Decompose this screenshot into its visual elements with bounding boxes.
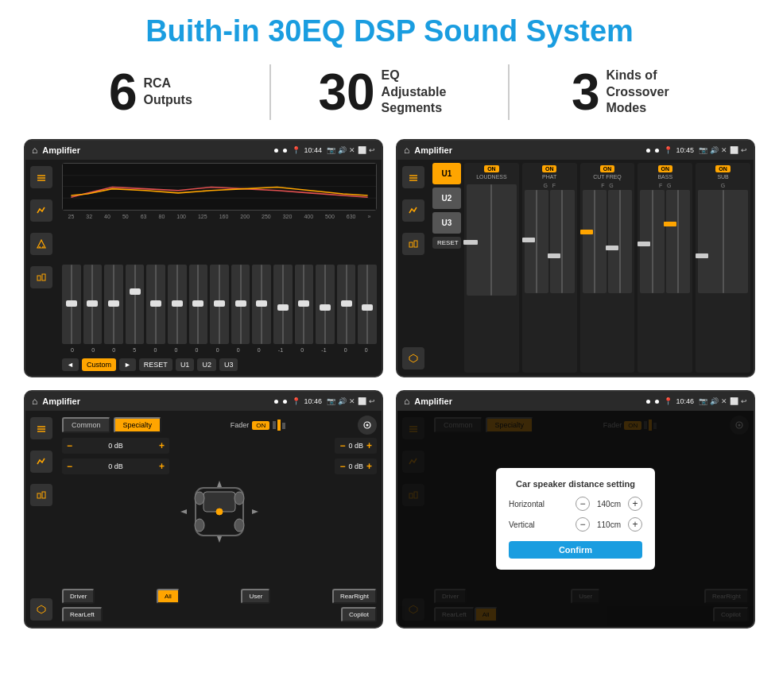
status-dot-8 <box>655 400 659 404</box>
svg-marker-37 <box>217 536 222 543</box>
db-value-4: 0 dB <box>348 462 363 470</box>
db-minus-4[interactable]: − <box>339 461 345 472</box>
eq-slider-8[interactable] <box>231 265 250 344</box>
eq-sidebar-btn-4[interactable] <box>30 266 52 288</box>
eq-slider-12[interactable] <box>316 265 335 344</box>
eq-values-row: 0005000000-10-100 <box>62 347 377 353</box>
stat-rca: 6 RCAOutputs <box>48 67 254 118</box>
channel-phat: ON PHAT G F <box>522 163 577 373</box>
db-plus-3[interactable]: + <box>366 440 372 451</box>
stat-divider-2 <box>508 64 510 120</box>
eq-slider-11[interactable] <box>295 265 314 344</box>
u3-button[interactable]: U3 <box>432 212 461 234</box>
eq-u2-btn[interactable]: U2 <box>197 358 216 371</box>
eq-slider-9[interactable] <box>252 265 271 344</box>
camera-icon: 📷 <box>327 146 335 154</box>
eq-slider-10[interactable] <box>273 265 293 344</box>
svg-rect-6 <box>37 276 41 280</box>
eq-slider-3[interactable] <box>126 265 145 344</box>
amp-sidebar-btn-3[interactable] <box>402 233 424 255</box>
eq-prev-btn[interactable]: ◄ <box>62 358 79 371</box>
eq-slider-14[interactable] <box>358 265 377 344</box>
svg-marker-38 <box>180 509 187 514</box>
btn-copilot[interactable]: Copilot <box>341 607 377 622</box>
eq-sidebar-btn-1[interactable] <box>30 166 52 188</box>
db-plus-4[interactable]: + <box>366 461 372 472</box>
eq-reset-btn[interactable]: RESET <box>139 358 172 371</box>
fader-on-btn[interactable]: ON <box>252 421 269 430</box>
eq-sidebar-btn-3[interactable] <box>30 233 52 255</box>
window-icon: ⬜ <box>358 146 366 154</box>
dialog-vertical-plus[interactable]: + <box>628 517 642 532</box>
back-icon-3: ↩ <box>369 397 375 405</box>
dialog-horizontal-plus[interactable]: + <box>628 497 642 511</box>
db-control-bottom-left: − 0 dB + <box>62 458 169 474</box>
status-dot <box>274 149 278 153</box>
eq-slider-5[interactable] <box>168 265 187 344</box>
btn-all[interactable]: All <box>157 589 180 604</box>
eq-slider-7[interactable] <box>210 265 229 344</box>
db-control-top-right: − 0 dB + <box>335 438 377 454</box>
fader-main-content: Common Specialty Fader ON <box>57 411 382 627</box>
db-minus-1[interactable]: − <box>67 440 72 451</box>
stat-label-crossover: Kinds ofCrossover Modes <box>606 68 685 117</box>
eq-slider-6[interactable] <box>189 265 208 344</box>
btn-user[interactable]: User <box>241 589 270 604</box>
eq-slider-2[interactable] <box>104 265 123 344</box>
channel-label-cutfreq: CUT FREQ <box>593 174 622 180</box>
svg-point-33 <box>195 519 204 532</box>
amp-sidebar-btn-1[interactable] <box>402 166 424 188</box>
confirm-button[interactable]: Confirm <box>509 541 642 559</box>
u1-button[interactable]: U1 <box>432 163 461 184</box>
eq-slider-4[interactable] <box>146 265 165 344</box>
eq-u3-btn[interactable]: U3 <box>219 358 238 371</box>
db-plus-1[interactable]: + <box>159 440 165 451</box>
btn-driver[interactable]: Driver <box>62 589 95 604</box>
dialog-horizontal-minus[interactable]: − <box>576 497 590 511</box>
amp-sidebar-btn-4[interactable] <box>402 347 424 369</box>
screen-amp-sidebar <box>397 160 429 376</box>
db-minus-2[interactable]: − <box>67 461 72 472</box>
fader-tabs: Common Specialty <box>62 417 161 433</box>
amp-reset-btn[interactable]: RESET <box>432 237 461 249</box>
stat-number-rca: 6 <box>109 67 138 118</box>
close-icon-2: ✕ <box>721 146 727 154</box>
page-title: Buith-in 30EQ DSP Sound System <box>0 0 779 56</box>
channel-loudness: ON LOUDNESS <box>464 163 519 373</box>
amp-channels: ON LOUDNESS ON PHAT G F <box>464 163 750 373</box>
u2-button[interactable]: U2 <box>432 188 461 209</box>
screen-dialog: ⌂ Amplifier 📍 10:46 📷 🔊 ✕ ⬜ ↩ <box>396 390 755 628</box>
eq-custom-btn[interactable]: Custom <box>82 358 116 371</box>
fader-sidebar-btn-2[interactable] <box>30 451 52 473</box>
svg-rect-16 <box>414 241 417 247</box>
fader-sidebar-btn-1[interactable] <box>30 417 52 439</box>
dialog-vertical-row: Vertical − 110cm + <box>509 517 642 532</box>
screen-dialog-title: Amplifier <box>414 396 641 406</box>
stat-number-crossover: 3 <box>572 67 600 118</box>
eq-u1-btn[interactable]: U1 <box>176 358 195 371</box>
eq-slider-1[interactable] <box>83 265 103 344</box>
btn-rearleft[interactable]: RearLeft <box>62 607 103 622</box>
tab-specialty[interactable]: Specialty <box>114 417 162 433</box>
stat-label-eq: EQ AdjustableSegments <box>382 68 461 117</box>
eq-slider-0[interactable] <box>62 265 81 344</box>
eq-slider-13[interactable] <box>337 265 356 344</box>
dialog-vertical-minus[interactable]: − <box>576 517 590 532</box>
fader-settings-btn[interactable] <box>358 416 377 435</box>
home-icon: ⌂ <box>32 145 37 156</box>
btn-rearright[interactable]: RearRight <box>332 589 377 604</box>
eq-play-btn[interactable]: ► <box>119 358 136 371</box>
dialog-horizontal-value: 140cm <box>593 500 625 509</box>
fader-sidebar-btn-4[interactable] <box>30 598 52 621</box>
eq-sidebar-btn-2[interactable] <box>30 199 52 222</box>
db-plus-2[interactable]: + <box>159 461 165 472</box>
tab-common[interactable]: Common <box>62 417 110 433</box>
db-minus-3[interactable]: − <box>339 440 345 451</box>
svg-marker-3 <box>37 240 45 248</box>
amp-sidebar-btn-2[interactable] <box>402 199 424 222</box>
window-icon-4: ⬜ <box>730 397 738 405</box>
fader-sidebar-btn-3[interactable] <box>30 484 52 506</box>
amp-u-buttons: U1 U2 U3 RESET <box>432 163 461 373</box>
svg-point-35 <box>216 509 223 515</box>
status-dot-4 <box>655 149 659 153</box>
